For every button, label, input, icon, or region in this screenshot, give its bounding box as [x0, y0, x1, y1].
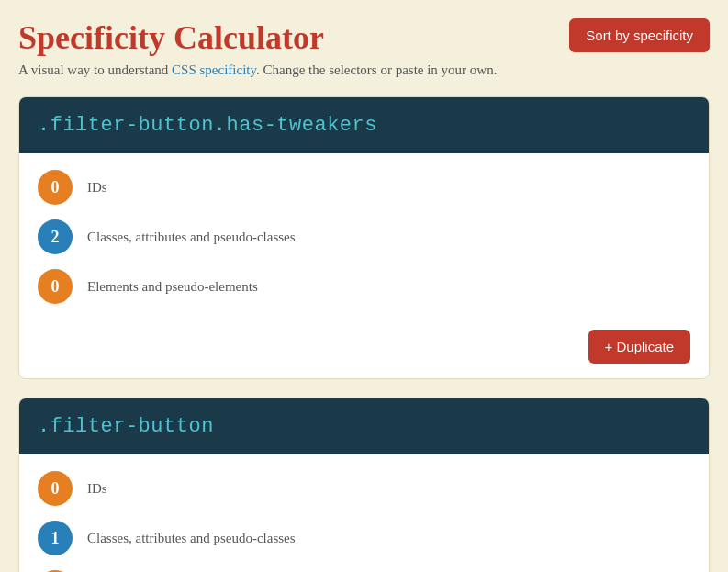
selector-card-1: .filter-button.has-tweakers0IDs2Classes,… — [18, 96, 710, 379]
spec-badge-2-1: 0 — [38, 471, 73, 506]
spec-row-2-3: 0Elements and pseudo-elements — [38, 563, 690, 572]
spec-label-1-3: Elements and pseudo-elements — [87, 279, 690, 295]
subtitle-text: A visual way to understand — [18, 62, 172, 77]
spec-label-1-2: Classes, attributes and pseudo-classes — [87, 230, 690, 245]
subtitle: A visual way to understand CSS specifici… — [18, 62, 569, 78]
card-footer-1: + Duplicate — [19, 330, 709, 378]
subtitle-suffix: . Change the selectors or paste in your … — [256, 62, 497, 77]
spec-badge-1-3: 0 — [38, 269, 73, 304]
selector-header-1: .filter-button.has-tweakers — [19, 97, 709, 153]
spec-row-1-3: 0Elements and pseudo-elements — [38, 262, 690, 311]
css-specificity-link[interactable]: CSS specificity — [172, 62, 256, 77]
spec-badge-1-2: 2 — [38, 219, 73, 254]
page-header: Specificity Calculator A visual way to u… — [18, 18, 710, 78]
sort-by-specificity-button[interactable]: Sort by specificity — [569, 18, 710, 52]
duplicate-button-1[interactable]: + Duplicate — [588, 330, 690, 364]
spec-label-1-1: IDs — [87, 180, 690, 196]
spec-badge-2-2: 1 — [38, 521, 73, 555]
selector-code-1: .filter-button.has-tweakers — [38, 114, 377, 137]
spec-row-2-1: 0IDs — [38, 464, 690, 513]
header-left: Specificity Calculator A visual way to u… — [18, 18, 569, 78]
selector-body-2: 0IDs1Classes, attributes and pseudo-clas… — [19, 454, 709, 572]
spec-label-2-2: Classes, attributes and pseudo-classes — [87, 531, 690, 546]
spec-label-2-1: IDs — [87, 481, 690, 497]
selector-body-1: 0IDs2Classes, attributes and pseudo-clas… — [19, 153, 709, 330]
selector-header-2: .filter-button — [19, 398, 709, 454]
selector-code-2: .filter-button — [38, 415, 214, 438]
spec-row-1-2: 2Classes, attributes and pseudo-classes — [38, 212, 690, 262]
cards-container: .filter-button.has-tweakers0IDs2Classes,… — [18, 96, 710, 572]
spec-row-1-1: 0IDs — [38, 163, 690, 212]
spec-row-2-2: 1Classes, attributes and pseudo-classes — [38, 513, 690, 563]
page-title: Specificity Calculator — [18, 18, 569, 57]
spec-badge-1-1: 0 — [38, 170, 73, 205]
selector-card-2: .filter-button0IDs1Classes, attributes a… — [18, 398, 710, 572]
